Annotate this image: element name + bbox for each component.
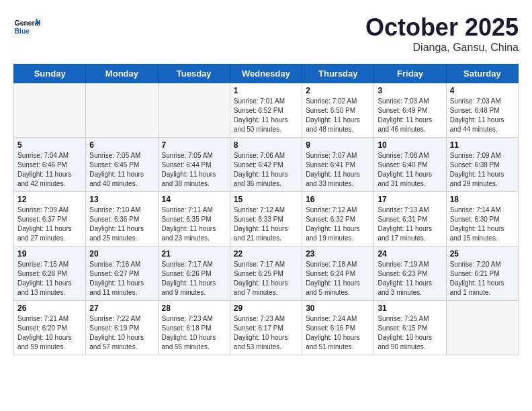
day-info: Sunrise: 7:02 AM Sunset: 6:50 PM Dayligh… xyxy=(306,97,370,134)
day-info: Sunrise: 7:18 AM Sunset: 6:24 PM Dayligh… xyxy=(306,260,370,298)
day-info: Sunrise: 7:22 AM Sunset: 6:19 PM Dayligh… xyxy=(89,314,154,352)
day-cell-4: 4Sunrise: 7:03 AM Sunset: 6:48 PM Daylig… xyxy=(446,83,518,138)
page-header: General Blue October 2025 Dianga, Gansu,… xyxy=(13,13,519,54)
day-info: Sunrise: 7:07 AM Sunset: 6:41 PM Dayligh… xyxy=(306,151,370,189)
day-info: Sunrise: 7:17 AM Sunset: 6:25 PM Dayligh… xyxy=(234,260,298,298)
day-number: 20 xyxy=(89,249,154,259)
day-number: 19 xyxy=(17,249,82,259)
weekday-header-thursday: Thursday xyxy=(302,64,374,83)
day-cell-24: 24Sunrise: 7:19 AM Sunset: 6:23 PM Dayli… xyxy=(374,246,446,301)
day-number: 5 xyxy=(17,140,82,150)
week-row-2: 5Sunrise: 7:04 AM Sunset: 6:46 PM Daylig… xyxy=(14,138,519,192)
day-number: 16 xyxy=(306,195,370,204)
day-cell-30: 30Sunrise: 7:24 AM Sunset: 6:16 PM Dayli… xyxy=(302,301,374,355)
location: Dianga, Gansu, China xyxy=(365,42,519,54)
day-info: Sunrise: 7:21 AM Sunset: 6:20 PM Dayligh… xyxy=(17,314,82,352)
logo-icon: General Blue xyxy=(13,13,40,40)
day-cell-11: 11Sunrise: 7:09 AM Sunset: 6:38 PM Dayli… xyxy=(446,138,518,192)
day-info: Sunrise: 7:16 AM Sunset: 6:27 PM Dayligh… xyxy=(89,260,154,298)
day-cell-8: 8Sunrise: 7:06 AM Sunset: 6:42 PM Daylig… xyxy=(230,138,302,192)
day-number: 27 xyxy=(89,304,154,313)
day-cell-5: 5Sunrise: 7:04 AM Sunset: 6:46 PM Daylig… xyxy=(14,138,86,192)
day-number: 12 xyxy=(17,195,82,204)
day-number: 9 xyxy=(306,140,370,150)
day-cell-29: 29Sunrise: 7:23 AM Sunset: 6:17 PM Dayli… xyxy=(230,301,302,355)
week-row-5: 26Sunrise: 7:21 AM Sunset: 6:20 PM Dayli… xyxy=(14,301,519,355)
logo: General Blue xyxy=(13,13,43,40)
day-number: 1 xyxy=(234,86,298,95)
day-number: 26 xyxy=(17,304,82,313)
day-info: Sunrise: 7:09 AM Sunset: 6:37 PM Dayligh… xyxy=(17,205,82,243)
day-number: 21 xyxy=(162,249,226,259)
weekday-header-wednesday: Wednesday xyxy=(230,64,302,83)
day-number: 28 xyxy=(162,304,226,313)
day-number: 17 xyxy=(378,195,442,204)
day-cell-16: 16Sunrise: 7:12 AM Sunset: 6:32 PM Dayli… xyxy=(302,192,374,246)
empty-cell xyxy=(14,83,86,138)
day-info: Sunrise: 7:05 AM Sunset: 6:45 PM Dayligh… xyxy=(89,151,154,189)
day-cell-1: 1Sunrise: 7:01 AM Sunset: 6:52 PM Daylig… xyxy=(230,83,302,138)
day-number: 3 xyxy=(378,86,442,95)
day-cell-17: 17Sunrise: 7:13 AM Sunset: 6:31 PM Dayli… xyxy=(374,192,446,246)
week-row-4: 19Sunrise: 7:15 AM Sunset: 6:28 PM Dayli… xyxy=(14,246,519,301)
day-cell-26: 26Sunrise: 7:21 AM Sunset: 6:20 PM Dayli… xyxy=(14,301,86,355)
day-info: Sunrise: 7:12 AM Sunset: 6:32 PM Dayligh… xyxy=(306,205,370,243)
day-number: 30 xyxy=(306,304,370,313)
weekday-header-sunday: Sunday xyxy=(14,64,86,83)
day-cell-31: 31Sunrise: 7:25 AM Sunset: 6:15 PM Dayli… xyxy=(374,301,446,355)
weekday-header-tuesday: Tuesday xyxy=(158,64,230,83)
day-number: 10 xyxy=(378,140,442,150)
day-number: 13 xyxy=(89,195,154,204)
day-cell-21: 21Sunrise: 7:17 AM Sunset: 6:26 PM Dayli… xyxy=(158,246,230,301)
day-info: Sunrise: 7:03 AM Sunset: 6:48 PM Dayligh… xyxy=(450,97,515,134)
day-info: Sunrise: 7:11 AM Sunset: 6:35 PM Dayligh… xyxy=(162,205,226,243)
empty-cell xyxy=(86,83,158,138)
day-cell-19: 19Sunrise: 7:15 AM Sunset: 6:28 PM Dayli… xyxy=(14,246,86,301)
week-row-1: 1Sunrise: 7:01 AM Sunset: 6:52 PM Daylig… xyxy=(14,83,519,138)
day-cell-22: 22Sunrise: 7:17 AM Sunset: 6:25 PM Dayli… xyxy=(230,246,302,301)
day-cell-23: 23Sunrise: 7:18 AM Sunset: 6:24 PM Dayli… xyxy=(302,246,374,301)
week-row-3: 12Sunrise: 7:09 AM Sunset: 6:37 PM Dayli… xyxy=(14,192,519,246)
day-info: Sunrise: 7:14 AM Sunset: 6:30 PM Dayligh… xyxy=(450,205,515,243)
weekday-header-row: SundayMondayTuesdayWednesdayThursdayFrid… xyxy=(14,64,519,83)
day-cell-13: 13Sunrise: 7:10 AM Sunset: 6:36 PM Dayli… xyxy=(86,192,158,246)
day-cell-28: 28Sunrise: 7:23 AM Sunset: 6:18 PM Dayli… xyxy=(158,301,230,355)
day-info: Sunrise: 7:24 AM Sunset: 6:16 PM Dayligh… xyxy=(306,314,370,352)
day-cell-25: 25Sunrise: 7:20 AM Sunset: 6:21 PM Dayli… xyxy=(446,246,518,301)
day-cell-18: 18Sunrise: 7:14 AM Sunset: 6:30 PM Dayli… xyxy=(446,192,518,246)
day-info: Sunrise: 7:03 AM Sunset: 6:49 PM Dayligh… xyxy=(378,97,442,134)
day-cell-6: 6Sunrise: 7:05 AM Sunset: 6:45 PM Daylig… xyxy=(86,138,158,192)
day-info: Sunrise: 7:09 AM Sunset: 6:38 PM Dayligh… xyxy=(450,151,515,189)
day-cell-3: 3Sunrise: 7:03 AM Sunset: 6:49 PM Daylig… xyxy=(374,83,446,138)
day-info: Sunrise: 7:15 AM Sunset: 6:28 PM Dayligh… xyxy=(17,260,82,298)
day-cell-9: 9Sunrise: 7:07 AM Sunset: 6:41 PM Daylig… xyxy=(302,138,374,192)
calendar: SundayMondayTuesdayWednesdayThursdayFrid… xyxy=(13,64,519,355)
month-year: October 2025 xyxy=(365,13,519,42)
day-number: 18 xyxy=(450,195,515,204)
weekday-header-friday: Friday xyxy=(374,64,446,83)
day-number: 4 xyxy=(450,86,515,95)
day-info: Sunrise: 7:10 AM Sunset: 6:36 PM Dayligh… xyxy=(89,205,154,243)
day-cell-7: 7Sunrise: 7:05 AM Sunset: 6:44 PM Daylig… xyxy=(158,138,230,192)
month-title: October 2025 Dianga, Gansu, China xyxy=(365,13,519,54)
day-info: Sunrise: 7:13 AM Sunset: 6:31 PM Dayligh… xyxy=(378,205,442,243)
day-info: Sunrise: 7:05 AM Sunset: 6:44 PM Dayligh… xyxy=(162,151,226,189)
day-number: 14 xyxy=(162,195,226,204)
day-number: 8 xyxy=(234,140,298,150)
day-info: Sunrise: 7:12 AM Sunset: 6:33 PM Dayligh… xyxy=(234,205,298,243)
day-cell-20: 20Sunrise: 7:16 AM Sunset: 6:27 PM Dayli… xyxy=(86,246,158,301)
day-number: 7 xyxy=(162,140,226,150)
day-cell-2: 2Sunrise: 7:02 AM Sunset: 6:50 PM Daylig… xyxy=(302,83,374,138)
day-info: Sunrise: 7:20 AM Sunset: 6:21 PM Dayligh… xyxy=(450,260,515,298)
day-number: 6 xyxy=(89,140,154,150)
day-info: Sunrise: 7:01 AM Sunset: 6:52 PM Dayligh… xyxy=(234,97,298,134)
empty-cell xyxy=(158,83,230,138)
day-info: Sunrise: 7:23 AM Sunset: 6:18 PM Dayligh… xyxy=(162,314,226,352)
day-number: 29 xyxy=(234,304,298,313)
day-info: Sunrise: 7:19 AM Sunset: 6:23 PM Dayligh… xyxy=(378,260,442,298)
day-cell-15: 15Sunrise: 7:12 AM Sunset: 6:33 PM Dayli… xyxy=(230,192,302,246)
day-number: 22 xyxy=(234,249,298,259)
day-number: 31 xyxy=(378,304,442,313)
svg-text:Blue: Blue xyxy=(15,28,30,35)
day-number: 11 xyxy=(450,140,515,150)
